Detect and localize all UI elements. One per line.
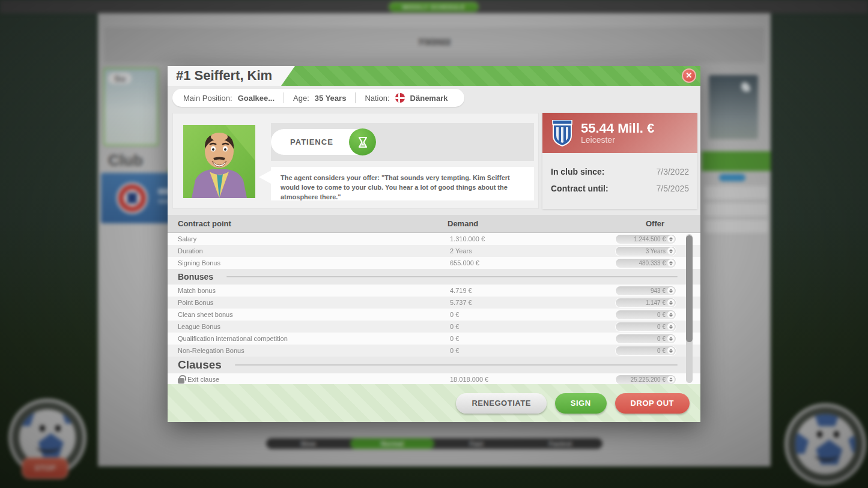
row-label: Duration <box>168 247 436 255</box>
row-demand: 18.018.000 € <box>436 376 616 383</box>
row-label: Non-Relegation Bonus <box>168 347 436 354</box>
main-position-label: Main Position: <box>183 94 232 103</box>
stepper-icon[interactable] <box>667 235 675 242</box>
offer-input[interactable]: 0 € <box>616 334 676 343</box>
row-label: Point Bonus <box>168 299 436 306</box>
divider <box>284 92 284 103</box>
patience-label: PATIENCE <box>290 137 333 146</box>
col-contract-point: Contract point <box>168 219 436 228</box>
contract-until-row: Contract until: 7/5/2025 <box>551 184 689 193</box>
table-row-point-bonus: Point Bonus 5.737 € 1.147 € <box>168 297 700 309</box>
row-label: League Bonus <box>168 323 436 330</box>
contract-until-value: 7/5/2025 <box>657 184 690 193</box>
table-row-non-relegation-bonus: Non-Relegation Bonus 0 € 0 € <box>168 345 700 357</box>
row-label: Salary <box>168 235 436 242</box>
in-club-since-row: In club since: 7/3/2022 <box>551 167 689 176</box>
offer-input[interactable]: 1.244.500 € <box>616 235 676 244</box>
stepper-icon[interactable] <box>667 335 675 342</box>
drop-out-button[interactable]: DROP OUT <box>615 393 690 414</box>
agent-speech-bubble: The agent considers your offer: "That so… <box>271 167 534 200</box>
col-offer: Offer <box>616 219 700 228</box>
patience-panel: PATIENCE <box>271 123 534 161</box>
stepper-icon[interactable] <box>667 347 675 354</box>
row-label: Signing Bonus <box>168 259 436 267</box>
contract-until-label: Contract until: <box>551 184 609 193</box>
lock-icon <box>178 378 184 384</box>
hourglass-icon <box>349 128 376 155</box>
table-row-clean-sheet-bonus: Clean sheet bonus 0 € 0 € <box>168 309 700 321</box>
agent-message: The agent considers your offer: "That so… <box>271 167 534 209</box>
col-demand: Demand <box>436 219 616 228</box>
table-row-qualification-bonus: Qualification international competition … <box>168 333 700 345</box>
contract-table-header: Contract point Demand Offer <box>168 215 700 233</box>
divider <box>355 92 356 103</box>
row-demand: 0 € <box>436 323 616 330</box>
player-name-title: #1 Seiffert, Kim <box>176 68 272 83</box>
table-row-salary: Salary 1.310.000 € 1.244.500 € <box>168 233 700 245</box>
offer-input[interactable]: 0 € <box>616 322 676 331</box>
denmark-flag-icon <box>395 93 405 103</box>
scrollbar-thumb[interactable] <box>686 235 693 342</box>
stepper-icon[interactable] <box>667 323 675 330</box>
club-card-header: 55.44 Mill. € Leicester <box>542 113 697 153</box>
row-label: Match bonus <box>168 287 436 294</box>
offer-input[interactable]: 0 € <box>616 310 676 319</box>
row-label: Qualification international competition <box>168 335 436 342</box>
app-root: WEEKLY SCHEDULE 7/3/2022 Su Club <box>0 0 868 488</box>
contract-table-body: Salary 1.310.000 € 1.244.500 € Duration … <box>168 233 700 384</box>
stepper-icon[interactable] <box>667 311 675 318</box>
close-icon[interactable]: ✕ <box>682 68 696 83</box>
age-value: 35 Years <box>315 94 347 103</box>
table-row-exit-clause: Exit clause 18.018.000 € 25.225.200 € <box>168 373 700 384</box>
table-row-match-bonus: Match bonus 4.719 € 943 € <box>168 285 700 297</box>
club-shield-icon <box>551 120 574 146</box>
sign-button[interactable]: SIGN <box>555 393 607 414</box>
section-divider <box>235 364 678 366</box>
table-scrollbar[interactable] <box>686 234 693 383</box>
table-row-duration: Duration 2 Years 3 Years <box>168 245 700 257</box>
row-demand: 4.719 € <box>436 287 616 294</box>
table-row-signing-bonus: Signing Bonus 655.000 € 480.333 € <box>168 257 700 269</box>
stepper-icon[interactable] <box>667 259 675 267</box>
in-club-since-label: In club since: <box>551 167 604 176</box>
speech-bubble-arrow <box>259 170 271 184</box>
dialog-footer: RENEGOTIATE SIGN DROP OUT <box>168 384 700 422</box>
stepper-icon[interactable] <box>667 287 675 294</box>
offer-input[interactable]: 3 Years <box>616 247 676 256</box>
row-demand: 0 € <box>436 311 616 318</box>
stepper-icon[interactable] <box>667 247 675 255</box>
bonuses-section-heading: Bonuses <box>168 269 700 285</box>
row-demand: 655.000 € <box>436 259 616 267</box>
offer-input[interactable]: 1.147 € <box>616 298 676 307</box>
table-row-league-bonus: League Bonus 0 € 0 € <box>168 321 700 333</box>
offer-input[interactable]: 943 € <box>616 286 676 295</box>
section-divider <box>226 276 678 277</box>
row-label: Clean sheet bonus <box>168 311 436 318</box>
offer-input[interactable]: 25.225.200 € <box>616 375 676 384</box>
agent-portrait <box>183 125 255 198</box>
main-position-value: Goalkee... <box>238 94 275 103</box>
nation-label: Nation: <box>365 94 389 103</box>
dialog-header: #1 Seiffert, Kim ✕ <box>168 66 700 86</box>
row-demand: 2 Years <box>436 247 616 255</box>
clauses-section-heading: Clauses <box>168 357 700 373</box>
agent-section: PATIENCE The agent considers your offer:… <box>172 113 539 209</box>
renegotiate-button[interactable]: RENEGOTIATE <box>456 393 546 414</box>
offer-input[interactable]: 0 € <box>616 346 676 355</box>
stepper-icon[interactable] <box>667 299 675 306</box>
nation-value: Dänemark <box>410 94 448 103</box>
stepper-icon[interactable] <box>667 376 675 383</box>
offer-input[interactable]: 480.333 € <box>616 259 676 268</box>
age-label: Age: <box>293 94 309 103</box>
current-club-card: 55.44 Mill. € Leicester In club since: 7… <box>542 113 697 209</box>
row-demand: 5.737 € <box>436 299 616 306</box>
row-demand: 0 € <box>436 347 616 354</box>
player-info-bar: Main Position: Goalkee... Age: 35 Years … <box>172 89 464 107</box>
row-demand: 1.310.000 € <box>436 235 616 242</box>
club-name: Leicester <box>581 135 654 145</box>
contract-negotiation-dialog: #1 Seiffert, Kim ✕ Main Position: Goalke… <box>168 66 700 422</box>
market-value: 55.44 Mill. € <box>581 121 654 135</box>
row-demand: 0 € <box>436 335 616 342</box>
patience-pill: PATIENCE <box>271 129 376 155</box>
in-club-since-value: 7/3/2022 <box>657 167 690 176</box>
